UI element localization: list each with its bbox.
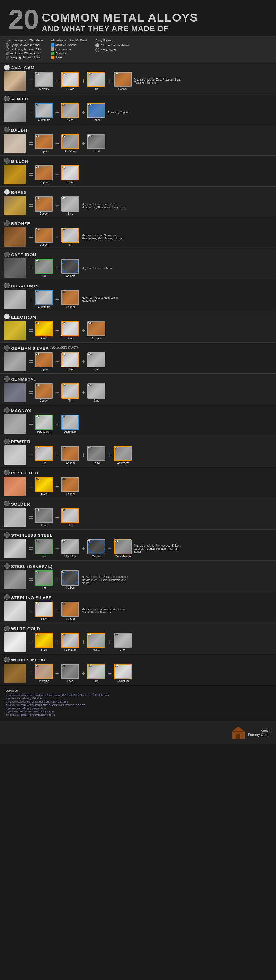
- header-line1: Common Metal Alloys: [41, 11, 198, 24]
- element-image: Zn: [88, 352, 105, 368]
- alloy-name: BILLON: [11, 159, 28, 164]
- plus-sign: +: [55, 451, 59, 459]
- element-symbol: Ag: [62, 321, 65, 324]
- element-box-tin: SnTin: [61, 508, 79, 527]
- legend-abundance-title: Abundance in Earth's Crust: [51, 39, 87, 42]
- element-symbol: Ni: [62, 103, 64, 106]
- element-box-copper: CuCopper: [61, 290, 79, 309]
- element-box-silver: AgSilver: [61, 352, 79, 371]
- alloy-image: [4, 663, 26, 683]
- alloy-name: GUNMETAL: [11, 377, 37, 382]
- equals-sign: =: [29, 606, 33, 616]
- alloy-found-badge: [4, 594, 10, 600]
- alloy-section-gunmetal: GUNMETAL=CuCopper+SnTin+ZnZinc: [0, 374, 276, 405]
- plus-sign: +: [55, 420, 59, 428]
- legend-abundant-icon: [51, 52, 54, 55]
- plus-sign: +: [108, 638, 112, 646]
- source-link[interactable]: https://en.wikipedia.org/wiki/wiki/Perio…: [5, 704, 270, 706]
- alloy-image: [4, 290, 26, 309]
- source-link[interactable]: https://www.britannica.com/technology/al…: [5, 710, 270, 713]
- alloy-found-badge: [4, 96, 10, 101]
- plus-sign: +: [81, 358, 85, 366]
- element-image: Sn: [35, 446, 53, 461]
- legend-exploding-massive-label: Exploding Massive Star: [10, 48, 41, 51]
- element-image: Co: [88, 103, 105, 118]
- legend-merging-label: Merging Neutron Stars: [10, 56, 41, 59]
- element-name: Palladium: [64, 649, 77, 651]
- alloy-image: [4, 477, 26, 496]
- equals-sign: =: [29, 544, 33, 553]
- element-symbol: Zn: [114, 633, 117, 636]
- svg-rect-1: [236, 734, 240, 739]
- element-box-mercury: HgMercury: [35, 72, 53, 91]
- element-image: Zn: [61, 196, 79, 212]
- element-symbol: Fe: [36, 571, 39, 573]
- element-symbol: Cu: [36, 197, 39, 199]
- alloy-found-badge: [4, 65, 10, 70]
- equals-sign: =: [29, 108, 33, 117]
- element-box-lead: PbLead: [61, 664, 79, 682]
- alloy-row: =HgMercury+AgSilver+SnTin+CuCopperMay al…: [4, 72, 272, 91]
- element-name: Zinc: [94, 368, 99, 371]
- element-symbol: C: [88, 539, 90, 542]
- alloy-section-bronze: BRONZE=CuCopper+SnTinMay also include: A…: [0, 218, 276, 249]
- element-box-lead: PbLead: [88, 134, 105, 153]
- legend-alloy-title: Alloy Status: [96, 39, 130, 42]
- alloy-image: [4, 539, 26, 558]
- source-link[interactable]: https://en.wikipedia.org/wiki/Alloy: [5, 697, 270, 700]
- abundance-border: [61, 570, 79, 585]
- element-symbol: Fe: [36, 259, 39, 262]
- element-symbol: Cu: [62, 446, 65, 449]
- element-name: Nickel: [93, 649, 100, 651]
- element-image: Ag: [61, 72, 79, 87]
- element-name: Copper: [66, 461, 75, 465]
- may-also-text: Titanium, Copper: [108, 111, 129, 114]
- element-image: Ni: [61, 103, 79, 118]
- element-name: Copper: [66, 305, 75, 309]
- element-name: Silver: [67, 181, 74, 184]
- element-image: Pb: [35, 508, 53, 523]
- element-box-tin: SnTin: [88, 664, 105, 682]
- element-box-lead: PbLead: [88, 446, 105, 465]
- alloy-image: [4, 352, 26, 371]
- element-box-zinc: ZnZinc: [88, 383, 105, 402]
- element-name: Aluminum: [38, 305, 50, 309]
- element-image: Sn: [88, 72, 105, 87]
- element-symbol: Bi: [36, 664, 38, 667]
- element-symbol: Sn: [88, 664, 91, 667]
- alloy-row: =AuGold+CuCopper: [4, 477, 272, 496]
- source-link[interactable]: https://www.thoughtco.com/introduction-t…: [5, 700, 270, 703]
- element-image: Pd: [61, 633, 79, 648]
- alloy-found-badge: [4, 220, 10, 226]
- element-name: Tin: [95, 88, 99, 91]
- alloy-name: BRASS: [11, 190, 27, 195]
- source-link[interactable]: https://en.wikipedia.org/wiki/wiki/Iron: [5, 707, 270, 710]
- element-name: Copper: [66, 493, 75, 496]
- alloy-section-babbit: BABBIT=CuCopper+SbAntimony+PbLead: [0, 124, 276, 156]
- element-image: Sn: [61, 383, 79, 399]
- element-box-silver: AgSilver: [35, 601, 53, 620]
- element-name: Gold: [41, 649, 47, 651]
- element-name: Iron: [41, 274, 46, 277]
- source-link[interactable]: https://en.wikipedia.org/wiki/wiki/nativ…: [5, 714, 270, 716]
- alloy-section-alnico: ALNICO=AlAluminum+NiNickel+CoCobaltTitan…: [0, 93, 276, 124]
- element-image: Cu: [88, 321, 105, 336]
- legend-exploding-dwarf-label: Exploding White Dwarf: [10, 52, 41, 55]
- element-image: Zn: [114, 633, 132, 648]
- plus-sign: +: [81, 140, 85, 147]
- legend-dying-label: Dying Low-Mass Star: [10, 43, 39, 47]
- element-name: Silver: [41, 617, 48, 620]
- element-name: Lead: [94, 150, 100, 153]
- alloy-name: BRONZE: [11, 221, 30, 226]
- element-image: Fe: [35, 539, 53, 554]
- alloy-row: =FeIron+CCarbonMay also include: Silicon: [4, 258, 272, 278]
- header-line2: And What They Are Made Of: [41, 24, 198, 33]
- plus-sign: +: [81, 670, 85, 677]
- equals-sign: =: [29, 357, 33, 366]
- element-box-copper: CuCopper: [61, 601, 79, 620]
- alloy-section-billon: BILLON=CuCopper+AgSilver: [0, 156, 276, 187]
- plus-sign: +: [55, 576, 59, 584]
- element-box-nickel: NiNickel: [61, 103, 79, 122]
- source-link[interactable]: https://upload.wikimedia.org/wikipedia/c…: [5, 694, 270, 697]
- alloy-row: =PbLead+SnTin: [4, 508, 272, 527]
